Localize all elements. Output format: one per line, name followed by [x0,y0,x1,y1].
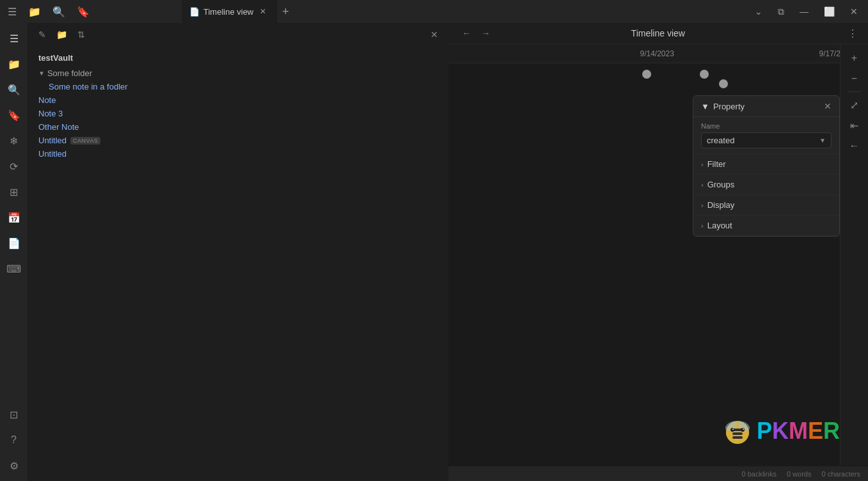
sidebar-icon-bookmark[interactable]: 🔖 [4,105,24,125]
property-header: ▼ Property ✕ [693,96,839,117]
pkmer-letter-m: M [789,418,808,445]
minimize-button[interactable]: — [794,4,814,19]
canvas-badge: CANVAS [70,137,100,145]
backlinks-count: 0 backlinks [742,470,777,478]
timeline-view[interactable]: 9/14/2023 9/17/2023 9/20/2023 9/23/2023 … [448,44,869,466]
zoom-in-button[interactable]: + [846,49,864,67]
tab-add-button[interactable]: + [277,5,294,19]
property-filter-section[interactable]: › Filter [693,154,839,175]
date-label-1: 9/14/2023 [640,49,674,58]
split-view-icon[interactable]: ⧉ [773,4,789,20]
folder-label: Some folder [47,68,92,78]
property-display-section[interactable]: › Display [693,195,839,216]
sidebar-icon-settings[interactable]: ⚙ [4,455,24,476]
right-controls: + − ⤢ ⇤ ← [840,44,868,466]
tab-bar: 📄 Timeline view ✕ + [182,0,746,23]
pkmer-bee-icon [718,412,757,450]
pkmer-letter-p: P [757,418,772,445]
sidebar-panel: ✎ 📁 ⇅ ✕ testVault ▼ Some folder Some not… [28,23,448,481]
sidebar-icon-files[interactable]: 📁 [4,54,24,74]
sort-icon[interactable]: ⇅ [75,28,88,41]
pkmer-letter-r: R [823,418,840,445]
timeline-dot-3[interactable] [719,79,728,88]
bookmark-icon[interactable]: 🔖 [74,3,92,20]
property-name-value: created [707,136,734,145]
sidebar-icon-vault[interactable]: ⊡ [4,404,24,425]
sidebar-icon-snowflake[interactable]: ❄ [4,130,24,151]
property-title: Property [713,102,745,111]
groups-chevron-icon: › [701,181,704,189]
sidebar-icon-help[interactable]: ? [4,430,24,450]
timeline-header: ← → Timeline view ⋮ [448,23,869,44]
sidebar-icon-ribbon[interactable]: ☰ [4,28,24,49]
display-label: Display [707,200,735,210]
layout-label: Layout [707,221,732,230]
dropdown-icon[interactable]: ⌄ [750,4,768,19]
folder-icon[interactable]: 📁 [26,3,43,20]
tab-label: Timeline view [203,7,253,17]
right-divider-1 [848,91,861,92]
property-close-button[interactable]: ✕ [824,101,832,111]
sidebar-icon-terminal[interactable]: ⌨ [4,258,24,279]
sidebar-toolbar: ✎ 📁 ⇅ ✕ [28,23,448,47]
sidebar-icon-note[interactable]: 📄 [4,233,24,253]
tab-icon: 📄 [189,7,200,17]
sidebar-icon-search[interactable]: 🔍 [4,79,24,100]
pkmer-letter-k: K [772,418,789,445]
file-tree: testVault ▼ Some folder Some note in a f… [28,47,448,481]
sidebar-toggle-icon[interactable]: ☰ [5,3,19,20]
chevron-down-icon: ▼ [701,102,709,111]
timeline-menu-button[interactable]: ⋮ [848,28,858,40]
display-chevron-icon: › [701,201,704,209]
property-panel: ▼ Property ✕ Name created ▼ › Filter [693,95,840,237]
close-sidebar-icon[interactable]: ✕ [428,28,441,41]
words-count: 0 words [787,470,812,478]
date-rulers: 9/14/2023 9/17/2023 9/20/2023 9/23/2023 [448,44,869,63]
filter-label: Filter [707,159,726,169]
chevron-down-icon: ▼ [38,70,45,77]
expand-button[interactable]: ⤢ [846,96,864,114]
timeline-dot-1[interactable] [642,70,651,79]
property-layout-section[interactable]: › Layout [693,216,839,236]
sidebar-icon-grid[interactable]: ⊞ [4,182,24,202]
file-untitled[interactable]: Untitled [28,147,448,161]
zoom-out-button[interactable]: − [846,70,864,88]
close-button[interactable]: ✕ [845,4,863,19]
pkmer-logo: P K M E R [718,412,840,450]
groups-label: Groups [707,180,735,189]
titlebar: ☰ 📁 🔍 🔖 📄 Timeline view ✕ + ⌄ ⧉ — ⬜ ✕ [0,0,868,23]
file-untitled-canvas[interactable]: Untitled CANVAS [28,134,448,147]
content-area: ← → Timeline view ⋮ 9/14/2023 9/17/2023 … [448,23,869,481]
property-header-left: ▼ Property [701,102,745,111]
file-some-note-in-fodler[interactable]: Some note in a fodler [28,80,448,93]
tab-close-button[interactable]: ✕ [257,6,269,17]
sidebar-icon-calendar[interactable]: 📅 [4,207,24,228]
file-other-note[interactable]: Other Note [28,120,448,134]
file-note-3[interactable]: Note 3 [28,107,448,120]
sidebar-icon-rail: ☰ 📁 🔍 🔖 ❄ ⟳ ⊞ 📅 📄 ⌨ ⊡ ? ⚙ [0,23,28,481]
back-button[interactable]: ← [846,137,864,155]
untitled-canvas-label: Untitled [38,136,67,145]
property-name-row: Name created ▼ [693,117,839,154]
characters-count: 0 characters [821,470,860,478]
maximize-button[interactable]: ⬜ [819,4,840,19]
main-layout: ☰ 📁 🔍 🔖 ❄ ⟳ ⊞ 📅 📄 ⌨ ⊡ ? ⚙ ✎ 📁 ⇅ ✕ testVa… [0,23,868,481]
tab-timeline-view[interactable]: 📄 Timeline view ✕ [182,0,277,23]
new-folder-icon[interactable]: 📁 [54,28,70,41]
nav-back-button[interactable]: ← [459,27,475,40]
layout-chevron-icon: › [701,222,704,230]
folder-some-folder[interactable]: ▼ Some folder [28,67,448,80]
nav-forward-button[interactable]: → [478,27,494,40]
timeline-title: Timeline view [631,28,685,38]
status-bar: 0 backlinks 0 words 0 characters [448,466,869,481]
select-chevron-icon: ▼ [819,137,826,144]
property-name-select[interactable]: created ▼ [701,132,832,148]
sidebar-icon-sync[interactable]: ⟳ [4,156,24,177]
property-name-label: Name [701,122,832,130]
timeline-dot-2[interactable] [700,70,709,79]
collapse-left-button[interactable]: ⇤ [846,116,864,134]
property-groups-section[interactable]: › Groups [693,175,839,195]
file-note[interactable]: Note [28,93,448,107]
search-icon[interactable]: 🔍 [50,3,68,20]
new-note-icon[interactable]: ✎ [36,28,49,41]
